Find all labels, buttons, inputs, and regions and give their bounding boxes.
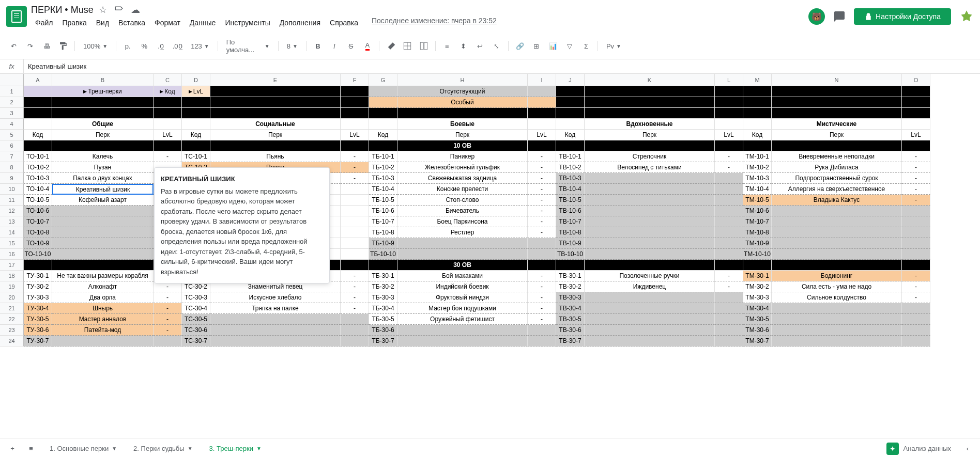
code-cell[interactable]: ТО-10-8 (24, 227, 52, 238)
sub-lvl[interactable]: LvL (715, 130, 743, 140)
cell[interactable] (341, 238, 369, 249)
perk-cell[interactable] (52, 238, 154, 249)
code-cell[interactable]: ТБ-10-6 (369, 206, 397, 216)
strikethrough-icon[interactable]: S (344, 39, 358, 53)
menu-Справка[interactable]: Справка (326, 17, 362, 29)
lvl-cell[interactable]: - (715, 162, 743, 173)
menu-Правка[interactable]: Правка (58, 17, 90, 29)
lvl-cell[interactable]: - (528, 162, 556, 173)
perk-cell[interactable]: Креативный шизик (52, 184, 154, 195)
code-cell[interactable]: ТВ-10-9 (556, 238, 585, 249)
code-cell[interactable]: ТО-10-1 (24, 151, 52, 162)
code-cell[interactable]: ТБ-10-1 (369, 151, 397, 162)
perk-cell[interactable]: Индийский боевик (397, 281, 528, 292)
perk-cell[interactable] (772, 336, 902, 346)
extension-icon[interactable] (959, 9, 974, 24)
sub-perk[interactable]: Перк (397, 130, 528, 140)
perk-cell[interactable]: Бой макаками (397, 271, 528, 281)
lvl-cell[interactable]: - (154, 151, 182, 162)
perk-cell[interactable] (585, 292, 715, 303)
row-header[interactable]: 19 (0, 281, 24, 292)
absent-label[interactable]: Отсутствующий (397, 86, 528, 97)
lvl-cell[interactable] (902, 314, 930, 325)
editing-mode[interactable]: Pv ▼ (602, 40, 625, 52)
col-header-G[interactable]: G (369, 74, 397, 86)
perk-cell[interactable] (585, 303, 715, 314)
perk-cell[interactable] (772, 303, 902, 314)
code-cell[interactable]: ТВ-10-8 (556, 227, 585, 238)
cell[interactable] (24, 97, 52, 108)
code-cell[interactable]: ТУ-30-5 (24, 314, 52, 325)
cell[interactable] (585, 108, 715, 119)
code-cell[interactable]: ТО-10-9 (24, 238, 52, 249)
doc-title[interactable]: ПЕРКИ • Muse (31, 5, 94, 15)
lvl-cell[interactable] (715, 216, 743, 227)
row-header[interactable]: 16 (0, 249, 24, 260)
lvl-cell[interactable]: - (341, 151, 369, 162)
perk-cell[interactable] (52, 249, 154, 260)
code-cell[interactable]: ТУ-30-3 (24, 292, 52, 303)
percent-icon[interactable]: % (137, 39, 151, 53)
lvl-cell[interactable] (715, 303, 743, 314)
comments-icon[interactable] (833, 10, 846, 23)
cell[interactable] (397, 108, 528, 119)
cell[interactable] (772, 108, 902, 119)
code-cell[interactable]: ТМ-10-7 (743, 216, 772, 227)
lvl-cell[interactable]: - (528, 303, 556, 314)
code-cell[interactable]: ТМ-10-4 (743, 184, 772, 195)
perk-cell[interactable]: Паникер (397, 151, 528, 162)
sub-perk[interactable]: Перк (585, 130, 715, 140)
sheet-tab-0[interactable]: 1. Основные перки ▼ (41, 440, 125, 456)
code-cell[interactable]: ТО-10-5 (24, 195, 52, 206)
lvl-cell[interactable] (528, 325, 556, 336)
lvl-cell[interactable] (715, 206, 743, 216)
lvl-cell[interactable]: - (154, 325, 182, 336)
code-cell[interactable]: ТО-10-6 (24, 206, 52, 216)
perk-cell[interactable] (585, 173, 715, 184)
cell[interactable] (585, 260, 715, 271)
code-cell[interactable]: ТС-30-6 (182, 325, 210, 336)
perk-cell[interactable]: Боец Паркинсона (397, 216, 528, 227)
lvl-cell[interactable]: - (528, 292, 556, 303)
perk-cell[interactable] (772, 206, 902, 216)
lvl-cell[interactable]: - (341, 162, 369, 173)
lvl-cell[interactable] (715, 249, 743, 260)
cell[interactable] (369, 86, 397, 97)
bold-icon[interactable]: B (311, 39, 325, 53)
cell[interactable] (902, 260, 930, 271)
lvl-cell[interactable] (715, 227, 743, 238)
perk-cell[interactable]: Искусное хлебало (210, 292, 341, 303)
cell[interactable] (154, 140, 182, 151)
lvl-cell[interactable] (715, 314, 743, 325)
perk-cell[interactable] (585, 206, 715, 216)
cell[interactable] (556, 119, 585, 130)
font-select[interactable]: По умолча... ▼ (222, 36, 274, 56)
add-sheet-icon[interactable]: + (4, 440, 21, 457)
perk-cell[interactable]: Подпространственный сурок (772, 173, 902, 184)
code-cell[interactable]: ТВ-10-2 (556, 162, 585, 173)
sub-perk[interactable]: Перк (772, 130, 902, 140)
lvl-cell[interactable]: - (528, 151, 556, 162)
perk-cell[interactable]: Пузан (52, 162, 154, 173)
perk-cell[interactable]: Железобетонный гульфик (397, 162, 528, 173)
comment-icon[interactable]: ⊞ (529, 39, 544, 53)
perk-cell[interactable]: Пьянь (210, 151, 341, 162)
code-cell[interactable]: ТВ-10-1 (556, 151, 585, 162)
perk-cell[interactable] (772, 238, 902, 249)
col-header-K[interactable]: K (585, 74, 715, 86)
perk-cell[interactable]: Стрелочник (585, 151, 715, 162)
perk-cell[interactable] (585, 195, 715, 206)
perk-cell[interactable] (772, 249, 902, 260)
lvl-header[interactable]: LvL (182, 86, 210, 97)
row-header[interactable]: 17 (0, 260, 24, 271)
row-header[interactable]: 23 (0, 325, 24, 336)
cell[interactable] (902, 140, 930, 151)
lvl-cell[interactable]: - (902, 271, 930, 281)
paint-format-icon[interactable] (56, 39, 70, 53)
code-cell[interactable]: ТМ-10-9 (743, 238, 772, 249)
cell[interactable] (369, 119, 397, 130)
row-header[interactable]: 6 (0, 140, 24, 151)
code-cell[interactable]: ТМ-30-2 (743, 281, 772, 292)
col-header-D[interactable]: D (182, 74, 210, 86)
perk-cell[interactable]: Кофейный азарт (52, 195, 154, 206)
